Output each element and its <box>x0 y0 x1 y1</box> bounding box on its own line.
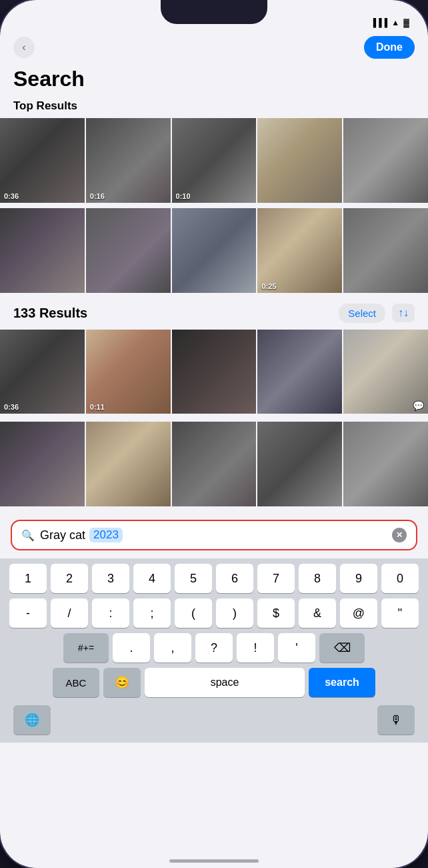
header: ‹ Done <box>0 36 428 64</box>
key-slash[interactable]: / <box>51 598 88 628</box>
keyboard: 1 2 3 4 5 6 7 8 9 0 - / : ; ( ) $ & <box>0 558 428 743</box>
search-bar-container: 🔍 Gray cat 2023 ✕ <box>0 514 428 556</box>
search-icon: 🔍 <box>21 529 35 542</box>
key-openparen[interactable]: ( <box>175 598 212 628</box>
keyboard-row-bottom: ABC 😊 space search <box>3 668 425 697</box>
key-7[interactable]: 7 <box>257 564 295 593</box>
search-text: Gray cat 2023 <box>40 528 387 542</box>
page-title: Search <box>0 64 428 97</box>
key-3[interactable]: 3 <box>92 564 129 593</box>
duration-2: 0:16 <box>90 192 105 200</box>
key-space[interactable]: space <box>145 668 305 697</box>
search-query-text: Gray cat <box>40 528 85 542</box>
keyboard-row-moresymbols: #+= . , ? ! ' ⌫ <box>3 633 425 663</box>
key-apostrophe[interactable]: ' <box>278 633 315 663</box>
battery-icon: ▓ <box>403 18 409 27</box>
signal-icon: ▐▐▐ <box>371 18 388 27</box>
key-closeparen[interactable]: ) <box>216 598 253 628</box>
phone-screen: ▐▐▐ ▲ ▓ ‹ Done Search Top Results 0:36 0… <box>0 0 428 868</box>
top-photo-6[interactable] <box>0 208 85 293</box>
notch <box>161 0 267 24</box>
key-0[interactable]: 0 <box>381 564 419 593</box>
key-6[interactable]: 6 <box>216 564 253 593</box>
key-search[interactable]: search <box>309 668 375 697</box>
key-8[interactable]: 8 <box>299 564 336 593</box>
duration-1: 0:36 <box>4 192 19 200</box>
search-bar[interactable]: 🔍 Gray cat 2023 ✕ <box>11 520 417 550</box>
done-button[interactable]: Done <box>364 36 415 59</box>
key-globe[interactable]: 🌐 <box>13 705 51 735</box>
keyboard-row-special: 🌐 🎙 <box>3 703 425 740</box>
main-photo-1[interactable]: 0:36 <box>0 330 85 414</box>
main-results-row2 <box>0 422 428 506</box>
key-at[interactable]: @ <box>340 598 377 628</box>
main-photo-7[interactable] <box>86 422 171 506</box>
top-photo-2[interactable]: 0:16 <box>86 118 171 203</box>
key-hashplus[interactable]: #+= <box>63 633 109 663</box>
phone-frame: ▐▐▐ ▲ ▓ ‹ Done Search Top Results 0:36 0… <box>0 0 428 868</box>
key-ampersand[interactable]: & <box>299 598 336 628</box>
top-results-row2: 0:25 <box>0 208 428 293</box>
key-colon[interactable]: : <box>92 598 129 628</box>
duration-9: 0:25 <box>261 282 276 290</box>
chat-icon: 💬 <box>413 400 424 411</box>
key-dollar[interactable]: $ <box>257 598 295 628</box>
key-comma[interactable]: , <box>154 633 191 663</box>
clear-search-button[interactable]: ✕ <box>392 528 407 542</box>
duration-3: 0:10 <box>176 192 191 200</box>
top-results-row1: 0:36 0:16 0:10 <box>0 118 428 203</box>
top-photo-1[interactable]: 0:36 <box>0 118 85 203</box>
key-period[interactable]: . <box>113 633 150 663</box>
keyboard-row-numbers: 1 2 3 4 5 6 7 8 9 0 <box>3 564 425 593</box>
key-quote[interactable]: " <box>381 598 419 628</box>
keyboard-row-symbols: - / : ; ( ) $ & @ " <box>3 598 425 628</box>
top-results-label: Top Results <box>0 97 428 118</box>
key-question[interactable]: ? <box>195 633 233 663</box>
main-duration-2: 0:11 <box>90 403 105 411</box>
key-emoji[interactable]: 😊 <box>103 668 141 697</box>
key-delete[interactable]: ⌫ <box>319 633 365 663</box>
key-mic[interactable]: 🎙 <box>377 705 415 735</box>
main-photo-4[interactable] <box>257 330 342 414</box>
top-photo-7[interactable] <box>86 208 171 293</box>
main-photo-3[interactable] <box>172 330 257 414</box>
search-year-tag[interactable]: 2023 <box>89 528 123 542</box>
main-results-row1: 0:36 0:11 💬 <box>0 330 428 414</box>
main-photo-9[interactable] <box>257 422 342 506</box>
select-button[interactable]: Select <box>339 304 385 323</box>
back-button[interactable]: ‹ <box>13 37 35 58</box>
key-semicolon[interactable]: ; <box>133 598 171 628</box>
wifi-icon: ▲ <box>391 18 399 27</box>
results-count: 133 Results <box>13 306 87 321</box>
top-photo-9[interactable]: 0:25 <box>257 208 342 293</box>
key-minus[interactable]: - <box>9 598 47 628</box>
main-photo-10[interactable] <box>343 422 428 506</box>
key-4[interactable]: 4 <box>133 564 171 593</box>
results-actions: Select ↑↓ <box>339 304 415 323</box>
sort-button[interactable]: ↑↓ <box>392 304 415 322</box>
results-header: 133 Results Select ↑↓ <box>0 301 428 330</box>
key-2[interactable]: 2 <box>51 564 88 593</box>
key-9[interactable]: 9 <box>340 564 377 593</box>
top-photo-4[interactable] <box>257 118 342 203</box>
top-photo-5[interactable] <box>343 118 428 203</box>
key-abc[interactable]: ABC <box>53 668 99 697</box>
main-photo-8[interactable] <box>172 422 257 506</box>
main-photo-2[interactable]: 0:11 <box>86 330 171 414</box>
status-icons: ▐▐▐ ▲ ▓ <box>371 18 409 27</box>
key-5[interactable]: 5 <box>175 564 212 593</box>
top-photo-8[interactable] <box>172 208 257 293</box>
top-photo-3[interactable]: 0:10 <box>172 118 257 203</box>
key-1[interactable]: 1 <box>9 564 47 593</box>
sort-icon: ↑↓ <box>398 307 409 319</box>
key-exclaim[interactable]: ! <box>237 633 274 663</box>
top-photo-10[interactable] <box>343 208 428 293</box>
home-indicator <box>169 859 259 863</box>
main-duration-1: 0:36 <box>4 403 19 411</box>
main-photo-6[interactable] <box>0 422 85 506</box>
main-photo-5[interactable]: 💬 <box>343 330 428 414</box>
